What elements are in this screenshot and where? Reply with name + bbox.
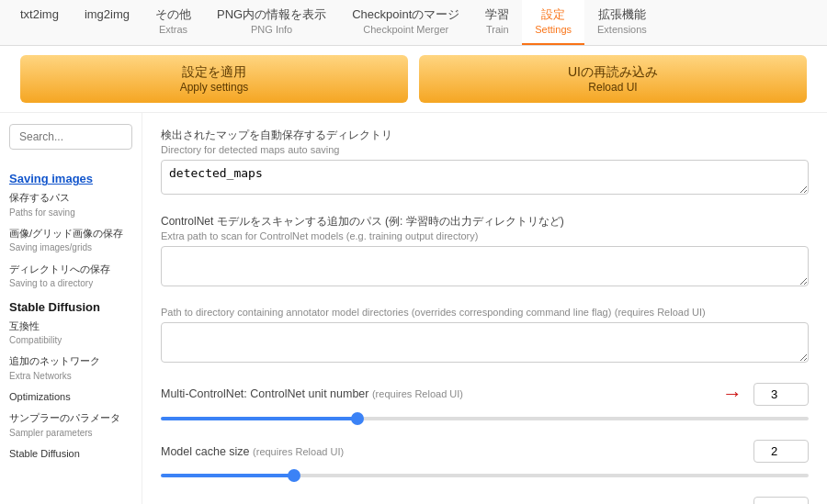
blur-sigma-input[interactable] — [753, 497, 809, 504]
nav-tab-settings[interactable]: 設定Settings — [522, 0, 584, 45]
apply-settings-button[interactable]: 設定を適用 Apply settings — [20, 55, 408, 103]
sidebar-item-optimizations[interactable]: Optimizations — [9, 390, 132, 404]
annotator-dir-input[interactable] — [161, 322, 809, 363]
arrow-icon: → — [722, 382, 742, 406]
sidebar-item-paths[interactable]: 保存するパス Paths for saving — [9, 191, 132, 219]
sidebar-section-saving-images[interactable]: Saving images — [9, 172, 132, 185]
sidebar-item-extra-networks[interactable]: 追加のネットワーク Extra Networks — [9, 354, 132, 383]
sidebar-section-stable-diffusion[interactable]: Stable Diffusion — [9, 300, 132, 314]
nav-tab-txt2img[interactable]: txt2img — [7, 0, 72, 45]
extra-path-input[interactable] — [161, 246, 809, 286]
sidebar-item-saving-images-grids[interactable]: 画像/グリッド画像の保存 Saving images/grids — [9, 227, 132, 255]
setting-blur-sigma: ControlNet inpainting Gaussian blur sigm… — [161, 497, 809, 504]
reload-ui-button[interactable]: UIの再読み込み Reload UI — [419, 55, 807, 103]
setting-model-cache: Model cache size (requires Reload UI) — [161, 440, 809, 480]
nav-tab-img2img[interactable]: img2img — [72, 0, 142, 45]
setting-detected-maps: 検出されたマップを自動保存するディレクトリ Directory for dete… — [161, 128, 809, 197]
multi-cn-label: Multi-ControlNet: ControlNet unit number… — [161, 387, 715, 400]
nav-bar: txt2imgimg2imgその他ExtrasPNG内の情報を表示PNG Inf… — [0, 0, 827, 46]
sidebar: Saving images 保存するパス Paths for saving 画像… — [0, 113, 142, 504]
setting-extra-path: ControlNet モデルをスキャンする追加のパス (例: 学習時の出力ディレ… — [161, 214, 809, 289]
nav-tab-extras[interactable]: その他Extras — [142, 0, 204, 45]
detected-maps-input[interactable]: detected_maps — [161, 160, 809, 195]
model-cache-label: Model cache size (requires Reload UI) — [161, 445, 746, 458]
action-bar: 設定を適用 Apply settings UIの再読み込み Reload UI — [0, 46, 827, 113]
apply-sublabel: Apply settings — [39, 81, 390, 94]
multi-cn-slider-track — [161, 409, 809, 423]
sidebar-item-sampler-params[interactable]: サンプラーのパラメータ Sampler parameters — [9, 411, 132, 440]
sidebar-item-compatibility[interactable]: 互換性 Compatibility — [9, 319, 132, 348]
sidebar-item-saving-dir[interactable]: ディレクトリへの保存 Saving to a directory — [9, 263, 132, 291]
model-cache-slider-track — [161, 466, 809, 480]
apply-label: 設定を適用 — [182, 64, 246, 79]
search-input[interactable] — [9, 124, 132, 150]
nav-tab-train[interactable]: 学習Train — [472, 0, 522, 45]
reload-sublabel: Reload UI — [437, 81, 788, 94]
nav-tab-pnginfo[interactable]: PNG内の情報を表示PNG Info — [204, 0, 339, 45]
sidebar-item-stable-diffusion[interactable]: Stable Diffusion — [9, 447, 132, 461]
multi-cn-number-input[interactable] — [753, 383, 809, 406]
setting-multi-cn: Multi-ControlNet: ControlNet unit number… — [161, 382, 809, 423]
nav-tab-merger[interactable]: CheckpointのマージCheckpoint Merger — [339, 0, 472, 45]
setting-annotator-dir: Path to directory containing annotator m… — [161, 306, 809, 365]
multi-cn-slider[interactable] — [161, 417, 809, 420]
content-area: 検出されたマップを自動保存するディレクトリ Directory for dete… — [142, 113, 827, 504]
reload-label: UIの再読み込み — [568, 64, 658, 79]
model-cache-slider[interactable] — [161, 474, 809, 477]
model-cache-input[interactable] — [753, 440, 809, 463]
main-content: Saving images 保存するパス Paths for saving 画像… — [0, 113, 827, 504]
nav-tab-extensions[interactable]: 拡張機能Extensions — [584, 0, 660, 45]
